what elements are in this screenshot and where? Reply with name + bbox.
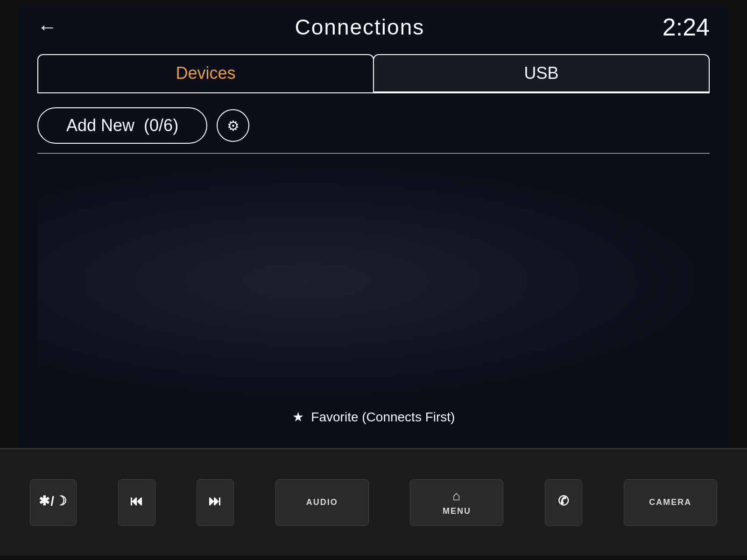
star-icon: ★	[292, 410, 304, 424]
hw-btn-next[interactable]: ⏭	[197, 479, 234, 526]
bezel: ← Connections 2:24 Devices USB Add New (…	[0, 0, 747, 560]
add-new-button[interactable]: Add New (0/6)	[37, 107, 207, 144]
favorite-text: Favorite (Connects First)	[311, 410, 455, 424]
screen: ← Connections 2:24 Devices USB Add New (…	[19, 5, 728, 448]
next-track-icon: ⏭	[208, 493, 222, 509]
tab-devices[interactable]: Devices	[37, 54, 374, 92]
home-icon: ⌂	[452, 489, 461, 504]
content-divider	[37, 153, 710, 154]
camera-label: CAMERA	[649, 497, 691, 507]
audio-label: AUDIO	[306, 497, 338, 507]
hw-btn-audio[interactable]: AUDIO	[275, 479, 369, 526]
hw-btn-menu[interactable]: ⌂ MENU	[410, 479, 503, 526]
device-list-area	[37, 163, 710, 400]
hw-btn-prev[interactable]: ⏮	[118, 479, 155, 526]
page-title: Connections	[295, 14, 425, 40]
tab-bar: Devices USB	[37, 54, 710, 92]
content-area: Add New (0/6) ⚙ ★ Favorite (Connects Fir…	[19, 93, 728, 448]
clock: 2:24	[662, 13, 710, 41]
back-button[interactable]: ←	[37, 17, 57, 37]
favorite-footer: ★ Favorite (Connects First)	[37, 400, 710, 434]
header: ← Connections 2:24	[19, 5, 728, 49]
star-moon-icon: ✱/☽	[39, 493, 68, 509]
add-new-row: Add New (0/6) ⚙	[37, 107, 710, 144]
reflection	[37, 163, 710, 400]
settings-button[interactable]: ⚙	[217, 109, 249, 142]
menu-label: MENU	[443, 506, 471, 516]
hardware-buttons-bar: ✱/☽ ⏮ ⏭ AUDIO ⌂ MENU ✆ CAMERA	[0, 448, 747, 555]
prev-track-icon: ⏮	[130, 493, 144, 509]
hw-btn-star-moon[interactable]: ✱/☽	[30, 479, 77, 526]
hw-btn-camera[interactable]: CAMERA	[624, 479, 717, 526]
tab-usb[interactable]: USB	[373, 54, 710, 92]
gear-icon: ⚙	[227, 118, 240, 134]
hw-btn-phone[interactable]: ✆	[545, 479, 582, 526]
phone-icon: ✆	[558, 493, 570, 509]
